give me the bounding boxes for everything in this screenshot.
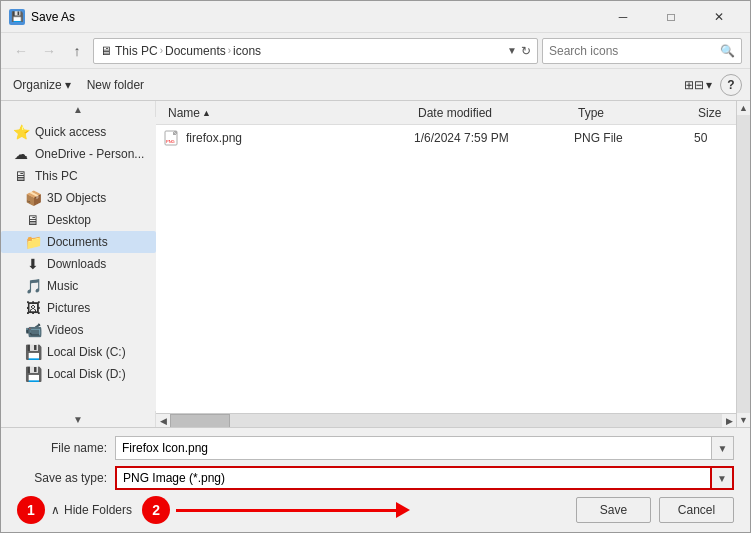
sidebar-item-onedrive[interactable]: ☁ OneDrive - Person... <box>1 143 156 165</box>
filename-label: File name: <box>17 441 107 455</box>
hide-folders-area: 1 ∧ Hide Folders <box>17 496 132 524</box>
action-buttons: Save Cancel <box>576 497 734 523</box>
file-type: PNG File <box>574 131 623 145</box>
sidebar-label-documents: Documents <box>47 235 108 249</box>
col-header-size[interactable]: Size <box>694 104 728 122</box>
organize-label: Organize <box>13 78 62 92</box>
savetype-input-wrap: ▼ <box>115 466 734 490</box>
filename-input[interactable] <box>115 436 712 460</box>
filename-input-wrap: ▼ <box>115 436 734 460</box>
maximize-button[interactable]: □ <box>648 5 694 29</box>
cancel-button[interactable]: Cancel <box>659 497 734 523</box>
pc-icon: 🖥 <box>100 44 112 58</box>
sidebar-label-3d-objects: 3D Objects <box>47 191 106 205</box>
savetype-input[interactable] <box>115 466 712 490</box>
savetype-dropdown-button[interactable]: ▼ <box>712 466 734 490</box>
sidebar-label-desktop: Desktop <box>47 213 91 227</box>
sidebar-item-documents[interactable]: 📁 Documents <box>1 231 156 253</box>
main-content: ▲ ⭐ Quick access ☁ OneDrive - Person... … <box>1 101 750 427</box>
sidebar-item-3d-objects[interactable]: 📦 3D Objects <box>1 187 156 209</box>
downloads-icon: ⬇ <box>25 256 41 272</box>
savetype-label: Save as type: <box>17 471 107 485</box>
breadcrumb-sep-1: › <box>160 45 163 56</box>
sidebar-item-this-pc[interactable]: 🖥 This PC <box>1 165 156 187</box>
view-chevron-icon: ▾ <box>706 78 712 92</box>
col-header-type[interactable]: Type <box>574 104 694 122</box>
sidebar-item-pictures[interactable]: 🖼 Pictures <box>1 297 156 319</box>
vertical-scrollbar[interactable]: ▲ ▼ <box>736 101 750 427</box>
organize-button[interactable]: Organize ▾ <box>9 76 75 94</box>
sidebar-label-local-c: Local Disk (C:) <box>47 345 126 359</box>
forward-button[interactable]: → <box>37 39 61 63</box>
sidebar-item-local-c[interactable]: 💾 Local Disk (C:) <box>1 341 156 363</box>
dialog-icon: 💾 <box>9 9 25 25</box>
col-header-name[interactable]: Name ▲ <box>164 104 414 122</box>
sidebar-scroll-down[interactable]: ▼ <box>1 411 155 427</box>
horizontal-scrollbar[interactable]: ◀ ▶ <box>156 413 736 427</box>
filename-dropdown-button[interactable]: ▼ <box>712 436 734 460</box>
breadcrumb-label-documents: Documents <box>165 44 226 58</box>
search-input[interactable] <box>549 44 716 58</box>
minimize-button[interactable]: ─ <box>600 5 646 29</box>
breadcrumb-dropdown-button[interactable]: ▼ <box>507 45 517 56</box>
file-size-cell: 50 <box>694 131 728 145</box>
table-row[interactable]: PNG firefox.png 1/6/2024 7:59 PM PNG Fil… <box>156 127 736 149</box>
up-button[interactable]: ↑ <box>65 39 89 63</box>
file-date: 1/6/2024 7:59 PM <box>414 131 509 145</box>
toolbar2-left: Organize ▾ New folder <box>9 76 152 94</box>
savetype-row: Save as type: ▼ <box>17 466 734 490</box>
breadcrumb-label-thispc: This PC <box>115 44 158 58</box>
hide-folders-button[interactable]: ∧ Hide Folders <box>51 503 132 517</box>
sidebar-label-onedrive: OneDrive - Person... <box>35 147 144 161</box>
sidebar-label-quick-access: Quick access <box>35 125 106 139</box>
annotation-1: 1 <box>17 496 45 524</box>
close-button[interactable]: ✕ <box>696 5 742 29</box>
file-type-cell: PNG File <box>574 131 694 145</box>
local-c-icon: 💾 <box>25 344 41 360</box>
hscroll-track[interactable] <box>170 414 722 428</box>
view-grid-icon: ⊞⊟ <box>684 78 704 92</box>
pictures-icon: 🖼 <box>25 300 41 316</box>
title-bar-left: 💾 Save As <box>9 9 75 25</box>
breadcrumb[interactable]: 🖥 This PC › Documents › icons ▼ ↻ <box>93 38 538 64</box>
cancel-label: Cancel <box>678 503 715 517</box>
sidebar-item-downloads[interactable]: ⬇ Downloads <box>1 253 156 275</box>
vscroll-track[interactable] <box>737 115 751 413</box>
breadcrumb-label-icons: icons <box>233 44 261 58</box>
save-label: Save <box>600 503 627 517</box>
refresh-button[interactable]: ↻ <box>521 44 531 58</box>
save-button[interactable]: Save <box>576 497 651 523</box>
annotation-2: 2 <box>142 496 170 524</box>
new-folder-button[interactable]: New folder <box>79 76 152 94</box>
new-folder-label: New folder <box>87 78 144 92</box>
sidebar-item-quick-access[interactable]: ⭐ Quick access <box>1 121 156 143</box>
sidebar-item-music[interactable]: 🎵 Music <box>1 275 156 297</box>
col-header-date[interactable]: Date modified <box>414 104 574 122</box>
videos-icon: 📹 <box>25 322 41 338</box>
sort-asc-icon: ▲ <box>202 108 211 118</box>
sidebar-scroll-up[interactable]: ▲ <box>1 101 155 117</box>
sidebar-item-videos[interactable]: 📹 Videos <box>1 319 156 341</box>
sidebar-item-local-d[interactable]: 💾 Local Disk (D:) <box>1 363 156 385</box>
arrow-head <box>396 502 410 518</box>
vscroll-up-arrow[interactable]: ▲ <box>737 101 751 115</box>
hide-folders-label: Hide Folders <box>64 503 132 517</box>
documents-icon: 📁 <box>25 234 41 250</box>
help-icon: ? <box>727 78 734 92</box>
toolbar2-right: ⊞⊟ ▾ ? <box>680 74 742 96</box>
title-bar-controls: ─ □ ✕ <box>600 5 742 29</box>
back-button[interactable]: ← <box>9 39 33 63</box>
view-button[interactable]: ⊞⊟ ▾ <box>680 76 716 94</box>
hscroll-right-arrow[interactable]: ▶ <box>722 414 736 428</box>
breadcrumb-item-icons: icons <box>233 44 261 58</box>
arrow-line <box>176 509 396 512</box>
sidebar-label-music: Music <box>47 279 78 293</box>
hscroll-thumb[interactable] <box>170 414 230 428</box>
vscroll-down-arrow[interactable]: ▼ <box>737 413 751 427</box>
save-as-dialog: 💾 Save As ─ □ ✕ ← → ↑ 🖥 This PC › Docume… <box>0 0 751 533</box>
breadcrumb-sep-2: › <box>228 45 231 56</box>
hscroll-left-arrow[interactable]: ◀ <box>156 414 170 428</box>
help-button[interactable]: ? <box>720 74 742 96</box>
sidebar-item-desktop[interactable]: 🖥 Desktop <box>1 209 156 231</box>
breadcrumb-item-thispc: 🖥 This PC <box>100 44 158 58</box>
